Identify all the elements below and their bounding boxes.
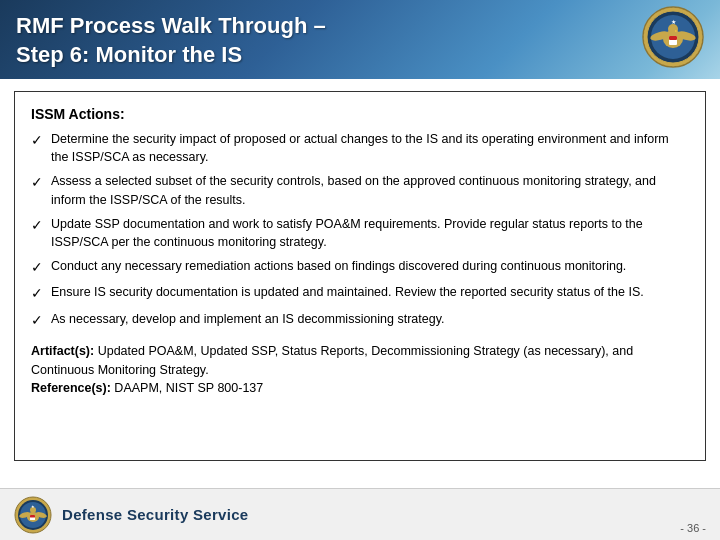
artifacts-paragraph: Artifact(s): Updated POA&M, Updated SSP,… (31, 342, 689, 380)
svg-text:★: ★ (671, 19, 676, 25)
footer-logo: ★ (14, 496, 52, 534)
bullet-text-4: Conduct any necessary remediation action… (51, 257, 689, 275)
department-seal: ★ (642, 6, 704, 68)
artifacts-label: Artifact(s): (31, 344, 94, 358)
references-text: DAAPM, NIST SP 800-137 (111, 381, 263, 395)
main-content-box: ISSM Actions: ✓ Determine the security i… (14, 91, 706, 461)
svg-text:★: ★ (31, 504, 35, 509)
svg-point-6 (668, 24, 678, 34)
bullet-item-4: ✓ Conduct any necessary remediation acti… (31, 257, 689, 277)
bullet-item-1: ✓ Determine the security impact of propo… (31, 130, 689, 166)
bullet-list: ✓ Determine the security impact of propo… (31, 130, 689, 330)
page-header: RMF Process Walk Through – Step 6: Monit… (0, 0, 720, 79)
artifacts-text: Updated POA&M, Updated SSP, Status Repor… (31, 344, 633, 377)
bullet-text-1: Determine the security impact of propose… (51, 130, 689, 166)
page-footer: ★ Defense Security Service - 36 - (0, 488, 720, 540)
artifacts-section: Artifact(s): Updated POA&M, Updated SSP,… (31, 342, 689, 398)
bullet-text-5: Ensure IS security documentation is upda… (51, 283, 689, 301)
references-label: Reference(s): (31, 381, 111, 395)
footer-org-name: Defense Security Service (62, 506, 248, 523)
svg-rect-10 (669, 36, 677, 40)
references-paragraph: Reference(s): DAAPM, NIST SP 800-137 (31, 379, 689, 398)
checkmark-icon-5: ✓ (31, 283, 43, 303)
page-number: - 36 - (680, 522, 706, 534)
checkmark-icon-1: ✓ (31, 130, 43, 150)
checkmark-icon-6: ✓ (31, 310, 43, 330)
bullet-item-6: ✓ As necessary, develop and implement an… (31, 310, 689, 330)
checkmark-icon-3: ✓ (31, 215, 43, 235)
bullet-text-6: As necessary, develop and implement an I… (51, 310, 689, 328)
bullet-text-2: Assess a selected subset of the security… (51, 172, 689, 208)
bullet-item-3: ✓ Update SSP documentation and work to s… (31, 215, 689, 251)
bullet-item-5: ✓ Ensure IS security documentation is up… (31, 283, 689, 303)
bullet-text-3: Update SSP documentation and work to sat… (51, 215, 689, 251)
svg-rect-21 (30, 515, 35, 518)
section-title: ISSM Actions: (31, 106, 689, 122)
checkmark-icon-4: ✓ (31, 257, 43, 277)
page-title: RMF Process Walk Through – Step 6: Monit… (16, 12, 704, 69)
checkmark-icon-2: ✓ (31, 172, 43, 192)
bullet-item-2: ✓ Assess a selected subset of the securi… (31, 172, 689, 208)
